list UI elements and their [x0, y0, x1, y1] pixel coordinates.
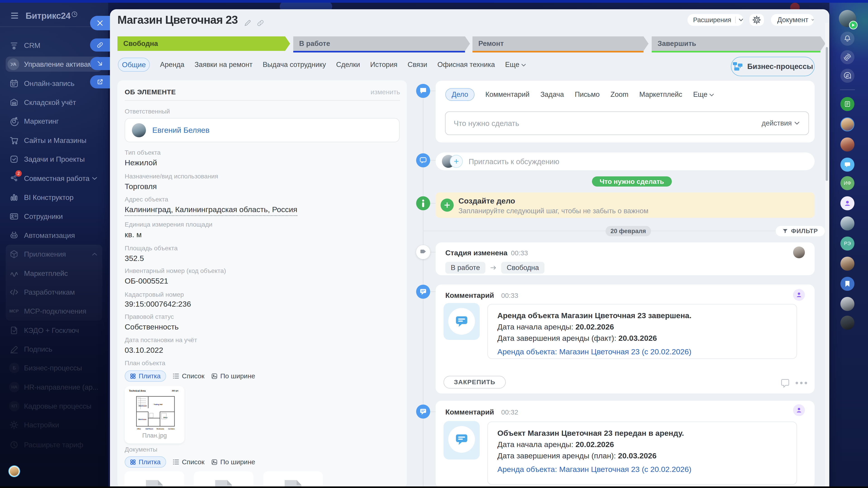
svg-text:Staff Room: Staff Room [146, 428, 153, 430]
svg-text:350 qm: 350 qm [172, 390, 179, 392]
svg-text:Restrooms: Restrooms [157, 428, 164, 430]
svg-text:Trading Hall: Trading Hall [154, 404, 162, 405]
svg-text:Warehouse: Warehouse [138, 419, 147, 420]
svg-text:Corridors: Corridors [168, 428, 175, 430]
svg-text:Technical Area: Technical Area [129, 389, 146, 392]
svg-text:Office: Office [137, 428, 141, 430]
svg-text:Warehouse: Warehouse [139, 405, 147, 406]
svg-text:Office: Office [163, 417, 167, 418]
